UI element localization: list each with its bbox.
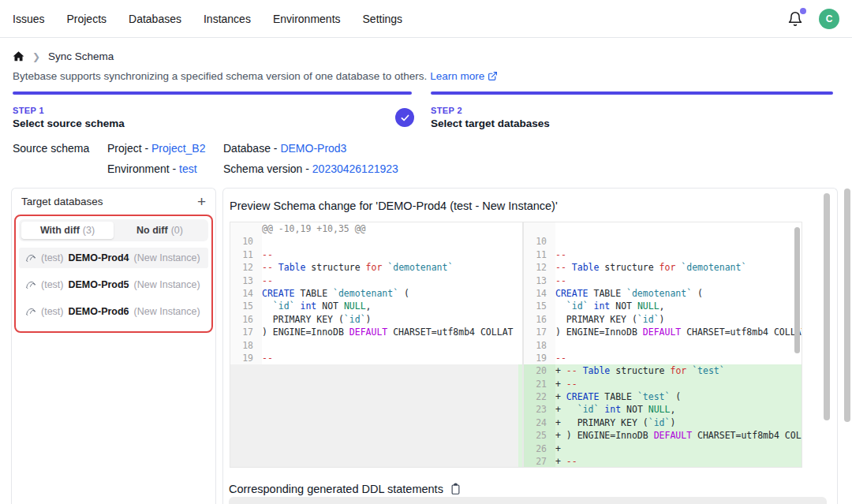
copy-clipboard-icon[interactable] <box>450 483 462 495</box>
db-name: DEMO-Prod5 <box>68 279 129 290</box>
code-text: `id` int NOT NULL, <box>262 300 522 312</box>
step2-progress-bar <box>431 91 833 95</box>
line-number: 17 <box>230 326 262 338</box>
schema-version-link[interactable]: 20230426121923 <box>312 162 398 175</box>
add-target-database-button[interactable]: + <box>197 196 206 207</box>
nav-item-settings[interactable]: Settings <box>363 13 403 25</box>
db-environment: (test) <box>41 252 63 263</box>
notification-bell-button[interactable] <box>787 10 805 28</box>
line-number: 20 <box>524 364 555 377</box>
mysql-icon <box>25 306 36 317</box>
mysql-icon <box>25 279 36 290</box>
inserted-region-strip <box>518 364 522 467</box>
code-text: PRIMARY KEY (`id`) <box>262 313 522 326</box>
tab-count: (3) <box>83 225 95 236</box>
source-database: Database - DEMO-Prod3 <box>223 142 346 155</box>
nav-item-environments[interactable]: Environments <box>273 13 341 25</box>
diff-line: 26+ <box>524 442 802 455</box>
line-number <box>230 222 262 235</box>
code-text: CREATE TABLE `demotenant` ( <box>555 287 802 300</box>
source-schema-label: Source schema <box>13 142 89 155</box>
code-text <box>262 235 522 248</box>
code-text: + <box>555 442 802 455</box>
line-number: 19 <box>230 352 262 364</box>
diff-line: 21+ -- <box>524 378 802 390</box>
line-number: 10 <box>230 235 262 248</box>
code-text: -- <box>262 248 522 261</box>
home-icon[interactable] <box>13 50 24 62</box>
diff-line <box>524 222 802 235</box>
code-text: + PRIMARY KEY (`id`) <box>555 416 802 429</box>
code-text: -- <box>262 352 522 364</box>
code-text: -- <box>555 248 802 261</box>
top-navigation: IssuesProjectsDatabasesInstancesEnvironm… <box>0 0 852 38</box>
line-number: 10 <box>524 235 555 248</box>
tab-no-diff[interactable]: No diff(0) <box>114 222 206 239</box>
line-number: 12 <box>524 261 555 274</box>
line-number: 13 <box>230 274 262 287</box>
nav-item-issues[interactable]: Issues <box>13 13 44 25</box>
code-text: + -- <box>555 455 802 467</box>
line-number: 15 <box>230 300 262 312</box>
step1-check <box>395 108 414 127</box>
diff-line: 18 <box>230 339 522 352</box>
db-environment: (test) <box>41 279 63 290</box>
code-text: + ) ENGINE=InnoDB DEFAULT CHARSET=utf8mb… <box>555 429 802 442</box>
diff-tabs: With diff(3)No diff(0) <box>19 219 208 241</box>
db-name: DEMO-Prod6 <box>68 306 129 317</box>
line-number: 12 <box>230 261 262 274</box>
diff-editor[interactable]: @@ -10,19 +10,35 @@1011--12-- Table stru… <box>230 222 802 468</box>
line-number: 22 <box>524 390 555 403</box>
step1-progress-bar <box>13 91 412 95</box>
avatar[interactable]: C <box>819 9 839 29</box>
database-link[interactable]: DEMO-Prod3 <box>280 142 346 155</box>
panel-scrollbar[interactable] <box>824 193 830 420</box>
environment-link[interactable]: test <box>179 162 197 175</box>
line-number <box>524 222 555 235</box>
tab-with-diff[interactable]: With diff(3) <box>21 222 114 239</box>
step1-label: STEP 1 <box>13 106 44 115</box>
db-suffix: (New Instance) <box>134 306 200 317</box>
ddl-section-header: Corresponding generated DDL statements <box>229 483 462 495</box>
page-scrollbar[interactable] <box>844 189 850 422</box>
mysql-icon <box>25 252 36 263</box>
topnav-right: C <box>787 9 839 29</box>
nav-item-projects[interactable]: Projects <box>66 13 106 25</box>
nav-item-instances[interactable]: Instances <box>204 13 251 25</box>
line-number: 11 <box>230 248 262 261</box>
target-database-item-demo-prod4[interactable]: (test)DEMO-Prod4(New Instance) <box>19 248 208 268</box>
line-number: 19 <box>524 352 555 364</box>
diff-line: 27+ -- <box>524 455 802 467</box>
code-text <box>555 222 802 235</box>
chevron-right-icon: ❯ <box>32 51 40 62</box>
target-database-item-demo-prod6[interactable]: (test)DEMO-Prod6(New Instance) <box>19 301 208 322</box>
intro-text: Bytebase supports synchronizing a specif… <box>13 70 498 82</box>
diff-pane-original[interactable]: @@ -10,19 +10,35 @@1011--12-- Table stru… <box>230 222 522 467</box>
line-number: 16 <box>230 313 262 326</box>
code-text: CREATE TABLE `demotenant` ( <box>262 287 522 300</box>
tab-label: With diff <box>40 225 80 236</box>
check-icon <box>400 113 410 123</box>
code-text: -- Table structure for `demotenant` <box>555 261 802 274</box>
code-text: `id` int NOT NULL, <box>555 300 802 312</box>
target-database-item-demo-prod5[interactable]: (test)DEMO-Prod5(New Instance) <box>19 274 208 295</box>
code-text: ) ENGINE=InnoDB DEFAULT CHARSET=utf8mb4 … <box>555 326 802 338</box>
external-link-icon[interactable] <box>488 71 498 81</box>
breadcrumb: ❯ Sync Schema <box>13 50 114 62</box>
diff-line: 17) ENGINE=InnoDB DEFAULT CHARSET=utf8mb… <box>524 326 802 338</box>
source-project: Project - Project_B2 <box>107 142 206 155</box>
editor-scrollbar[interactable] <box>794 227 800 353</box>
db-name: DEMO-Prod4 <box>68 252 129 263</box>
code-text: PRIMARY KEY (`id`) <box>555 313 802 326</box>
learn-more-link[interactable]: Learn more <box>430 70 484 82</box>
line-number: 11 <box>524 248 555 261</box>
nav-item-databases[interactable]: Databases <box>129 13 181 25</box>
line-number: 23 <box>524 403 555 416</box>
diff-line: 14CREATE TABLE `demotenant` ( <box>230 287 522 300</box>
project-link[interactable]: Project_B2 <box>151 142 205 155</box>
diff-line: @@ -10,19 +10,35 @@ <box>230 222 522 235</box>
breadcrumb-page-title: Sync Schema <box>48 50 114 62</box>
diff-line: 15 `id` int NOT NULL, <box>524 300 802 312</box>
diff-pane-modified[interactable]: 1011--12-- Table structure for `demotena… <box>524 222 802 467</box>
code-text: -- <box>555 352 802 364</box>
